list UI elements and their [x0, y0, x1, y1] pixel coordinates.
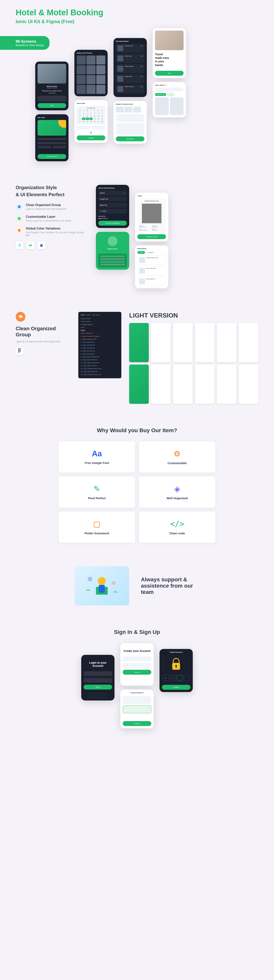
code-icon: </>	[147, 519, 207, 528]
why-card-organized: ◈ Well Organized	[139, 476, 215, 508]
phone-mockup-cancel: Cancel Hotel Booking PayPal● Google Pay …	[96, 185, 129, 228]
svg-point-5	[98, 577, 106, 585]
pencil-icon: ✎	[67, 484, 127, 493]
phone-mockup-profile: Daniel Austin	[96, 232, 129, 270]
graduation-icon	[16, 312, 25, 321]
page-subtitle: Ionic UI Kit & Figma (Free)	[16, 19, 258, 24]
org-title-1: Organization Style	[16, 185, 84, 190]
light-phone-mockup	[151, 364, 171, 404]
feature-item: Clean Organized Group Layer & component …	[16, 203, 84, 210]
phone-mockup-selectdate: Select Date December 2024 MTWTFSS 123456…	[74, 100, 108, 143]
clean-desc: Layer & Component are well Organised	[16, 340, 70, 343]
devices-icon: ▢	[67, 519, 127, 528]
svg-rect-6	[99, 585, 105, 593]
phone-mockup-forgot-dark: Forgot Password 5 2 Continue	[160, 649, 193, 692]
figma-icon	[16, 347, 24, 355]
why-card-flutter: ▢ Flutter framework	[59, 512, 135, 543]
page-title: Hotel & Motel Booking	[16, 8, 258, 17]
support-text: Always support & assistence from our tea…	[141, 576, 200, 595]
clean-title: Clean Organized Group	[16, 326, 70, 338]
svg-point-3	[20, 350, 21, 352]
check-icon	[16, 215, 23, 222]
phone-mockup-royale: Royale President Hotel Book Now	[114, 101, 147, 144]
font-icon: Aa	[67, 449, 127, 458]
why-card-pixel: ✎ Pixel Perfect	[59, 476, 135, 508]
badge-title: 96 Screens	[16, 39, 44, 44]
apple-icon	[38, 241, 45, 249]
light-phone-mockup	[195, 364, 214, 404]
light-phone-mockup	[173, 323, 193, 362]
phone-mockup-newcard: New Card Add New Card	[35, 114, 68, 161]
phone-mockup-rate: Rate the Hotel Royale President Please g…	[35, 62, 68, 110]
why-card-code: </> Clean code	[139, 512, 215, 543]
signin-title: Sign In & Sign Up	[16, 629, 258, 635]
phone-mockup-gallery: Gallery Hotel Photos	[74, 50, 108, 96]
android-icon	[27, 241, 35, 249]
light-phone-mockup	[129, 364, 149, 404]
org-title-2: & UI Elements Perfect	[16, 192, 84, 197]
light-phone-mockup	[151, 323, 171, 362]
flutter-icon	[16, 241, 24, 249]
svg-point-8	[112, 581, 116, 585]
light-phone-mockup	[239, 364, 258, 404]
check-icon	[16, 203, 23, 210]
feature-item: Customizable Layer Every Layer are Custo…	[16, 215, 84, 222]
svg-rect-11	[176, 666, 177, 668]
svg-point-7	[88, 577, 92, 581]
header: Hotel & Motel Booking Ionic UI Kit & Fig…	[16, 8, 258, 24]
why-card-customizable: ⚙ Customizable	[139, 441, 215, 473]
phone-mockup-create: Create your Account Sign up	[120, 643, 154, 686]
why-title: Why Would you Buy Our Item?	[16, 427, 258, 434]
gear-icon: ⚙	[147, 449, 207, 458]
badge-subtitle: Beautiful & Clean Design	[16, 44, 44, 47]
phone-mockup-recently: Recently Booked President Hotel$35 Palms…	[114, 38, 147, 97]
support-illustration	[74, 566, 129, 605]
phone-mockup-booking: My Booking Ongoing Completed Royale Pres…	[135, 245, 168, 288]
check-icon	[16, 227, 23, 234]
light-phone-mockup	[239, 323, 258, 362]
phone-mockup-login: Login to your Account Sign in	[81, 655, 114, 700]
layers-icon: ◈	[147, 484, 207, 493]
screens-badge: 96 Screens Beautiful & Clean Design	[0, 36, 49, 50]
light-phone-mockup	[195, 323, 214, 362]
light-phone-mockup	[173, 364, 193, 404]
why-card-font: Aa Free Google Font	[59, 441, 135, 473]
light-phone-mockup	[217, 323, 236, 362]
feature-item: Global Color Variations Use Popular Colo…	[16, 227, 84, 237]
light-phone-mockup	[129, 323, 149, 362]
phone-mockup-forgot-light: Forgot Password Continue	[120, 689, 154, 728]
phone-mockup-travel: Travel made easy in your hands Next	[153, 28, 186, 78]
layers-panel: Layers Assets Light Theme # Light Theme …	[78, 312, 121, 378]
phone-mockup-hello: Hello, Daniel 👋 Recommended Popular	[153, 82, 186, 118]
phone-mockup-ticket: Ticket Royale President Hotel Check InDe…	[135, 192, 168, 242]
light-phone-mockup	[217, 364, 236, 404]
light-version-title: LIGHT VERSION	[129, 312, 258, 319]
